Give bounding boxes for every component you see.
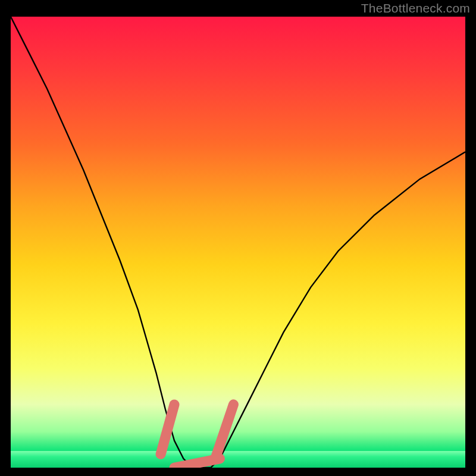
chart-frame: TheBottleneck.com xyxy=(0,0,476,476)
valley-markers xyxy=(161,405,233,468)
marker-valley-left-slope xyxy=(161,405,174,454)
bottleneck-curve xyxy=(11,17,465,468)
watermark-text: TheBottleneck.com xyxy=(361,1,470,15)
curve-layer xyxy=(11,17,465,468)
plot-area xyxy=(11,17,465,468)
